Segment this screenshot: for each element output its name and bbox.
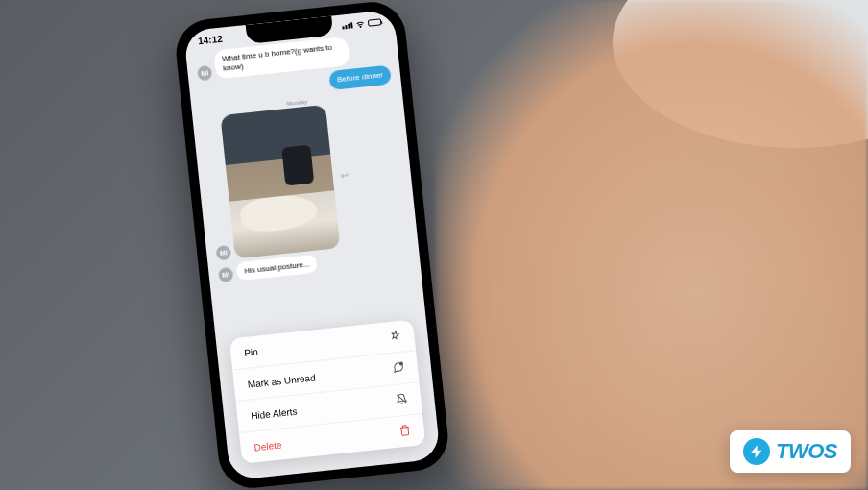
wifi-icon — [355, 19, 366, 28]
cellular-signal-icon — [342, 22, 353, 29]
contact-avatar: MI — [216, 245, 231, 260]
reply-arrow-icon[interactable]: ↩ — [340, 169, 349, 181]
outgoing-message-bubble[interactable]: Before dinner — [328, 65, 392, 91]
bell-slash-icon — [396, 393, 408, 407]
photo-background: 14:12 MI What time u b home?(g wants to … — [0, 0, 868, 490]
brand-name: TWOS — [776, 439, 837, 464]
photo-message[interactable]: ↩ — [220, 105, 340, 259]
hand-holding-phone — [436, 0, 868, 490]
contact-avatar: MI — [218, 267, 233, 282]
menu-label: Mark as Unread — [247, 372, 316, 389]
iphone-device: 14:12 MI What time u b home?(g wants to … — [173, 0, 451, 490]
menu-label: Pin — [244, 346, 259, 357]
pin-icon — [389, 330, 401, 344]
svg-point-0 — [399, 362, 402, 365]
conversation-context-menu: Pin Mark as Unread Hide Alerts — [229, 319, 426, 463]
menu-label: Hide Alerts — [251, 405, 298, 421]
trash-icon — [398, 424, 411, 438]
lightning-bolt-icon — [743, 438, 770, 465]
battery-icon — [368, 18, 382, 26]
messages-thread: MI What time u b home?(g wants to know) … — [185, 28, 421, 292]
photo-attachment-dog[interactable] — [220, 105, 340, 259]
phone-screen: 14:12 MI What time u b home?(g wants to … — [183, 10, 441, 480]
status-time: 14:12 — [198, 34, 224, 47]
brand-watermark: TWOS — [730, 430, 851, 473]
menu-label: Delete — [253, 439, 282, 453]
message-bubble-icon — [392, 361, 404, 376]
contact-avatar: MI — [197, 65, 212, 81]
incoming-message-bubble[interactable]: His usual posture... — [235, 255, 318, 282]
